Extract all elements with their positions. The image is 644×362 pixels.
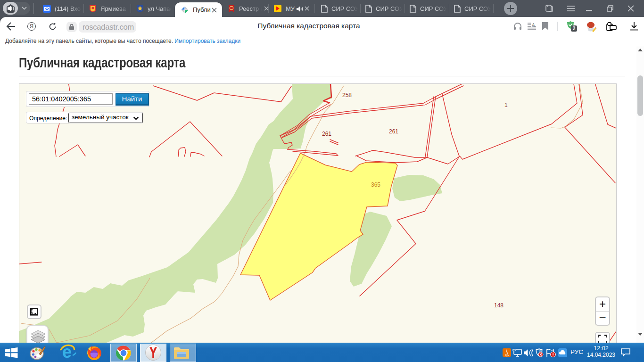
svg-text:A: A xyxy=(532,23,535,28)
svg-text:261: 261 xyxy=(322,131,331,137)
svg-text:261: 261 xyxy=(389,128,398,135)
svg-text:365: 365 xyxy=(371,181,380,188)
svg-text:258: 258 xyxy=(342,92,352,99)
svg-text:1: 1 xyxy=(504,102,508,108)
svg-text:2: 2 xyxy=(573,26,576,31)
svg-text:148: 148 xyxy=(494,302,504,309)
